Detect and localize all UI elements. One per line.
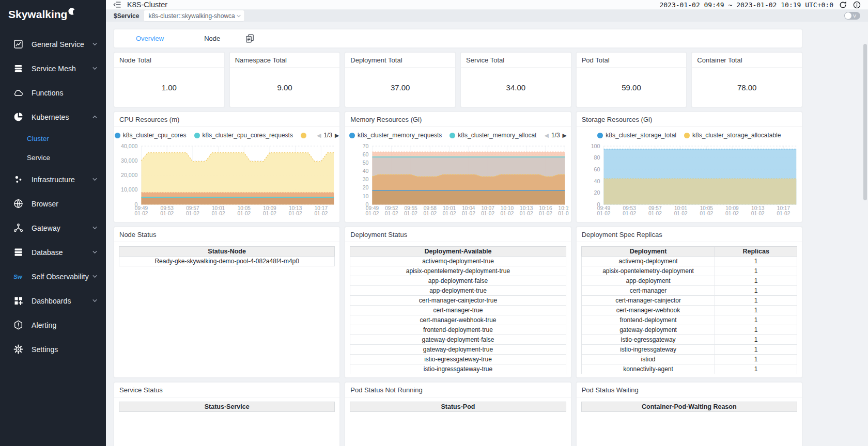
service-status-table: Status-Service (119, 402, 335, 412)
stat-cards-row: Node Total1.00Namespace Total9.00Deploym… (114, 52, 802, 107)
sidebar-item-dashboards[interactable]: Dashboards (0, 289, 106, 313)
table-cell: 1 (715, 345, 797, 355)
chevron-down-icon (92, 298, 98, 304)
legend-item[interactable]: k8s_cluster_memory_allocat (450, 132, 536, 139)
svg-text:01-02: 01-02 (462, 211, 475, 216)
stat-value: 78.00 (692, 68, 802, 107)
dashboard-toolbar: $Service k8s-cluster::skywalking-showca … (106, 10, 868, 22)
table-cell: 1 (715, 335, 797, 345)
container-total-card: Container Total78.00 (691, 52, 802, 107)
legend-item[interactable]: k8s_cluster_cpu_cores_requests (194, 132, 293, 139)
sidebar-subitem-cluster[interactable]: Cluster (0, 129, 106, 148)
legend-item[interactable]: k8s_cluster_storage_total (597, 132, 676, 139)
table-row: app-deployment-true (350, 286, 566, 296)
sidebar-subitem-service[interactable]: Service (0, 148, 106, 167)
sidebar-item-infrastructure[interactable]: Infrastructure (0, 167, 106, 192)
view-config-icon[interactable] (245, 34, 255, 43)
legend-item[interactable]: k8s_cluster_cpu_cores (115, 132, 187, 139)
cloud-icon (13, 87, 24, 98)
svg-text:20,000: 20,000 (121, 172, 138, 178)
sidebar-item-gateway[interactable]: Gateway (0, 216, 106, 240)
stat-title: Deployment Total (345, 53, 455, 68)
table-cell: 1 (715, 355, 797, 364)
table-header-row: Container-Pod-Waiting Reason (581, 402, 797, 412)
legend-label: k8s_cluster_cpu_cores_requests (203, 132, 293, 139)
svg-text:01-02: 01-02 (539, 211, 552, 216)
table-cell: Ready-gke-skywalking-demo-pool-4-082a48f… (119, 257, 335, 266)
table-cell: 1 (715, 296, 797, 306)
sidebar-item-functions[interactable]: Functions (0, 81, 106, 105)
tabs: OverviewNode (136, 35, 260, 42)
chart-title: CPU Resources (m) (114, 112, 339, 127)
table-cell: apisix-opentelemetry-deployment-true (350, 266, 566, 276)
tab-node[interactable]: Node (204, 35, 220, 42)
legend-item[interactable]: k8s_cluster_storage_allocatable (684, 132, 781, 139)
legend-page: 1/3 (323, 132, 332, 139)
svg-text:01-02: 01-02 (725, 211, 739, 216)
sidebar-item-browser[interactable]: Browser (0, 192, 106, 216)
legend-next-icon[interactable]: ▶ (335, 132, 339, 139)
legend-dot (301, 133, 306, 138)
sidebar-item-database[interactable]: Database (0, 240, 106, 264)
legend-item[interactable]: k8s_cluster_memory_requests (349, 132, 442, 139)
table-title: Node Status (114, 227, 339, 242)
svg-text:20: 20 (363, 184, 369, 190)
pod-status-not-running-table: Status-Pod (350, 402, 566, 412)
svg-text:01-02: 01-02 (674, 211, 687, 216)
svg-text:100: 100 (591, 143, 600, 149)
info-icon[interactable] (853, 1, 861, 9)
app-logo[interactable]: Skywalking (0, 0, 106, 21)
sidebar-item-general-service[interactable]: General Service (0, 32, 106, 56)
sidebar-item-self-observability[interactable]: SwSelf Observability (0, 264, 106, 289)
table-header-cell: Replicas (715, 247, 797, 257)
svg-text:01-02: 01-02 (404, 211, 417, 216)
table-cell: cert-manager-cainjector-true (350, 296, 566, 306)
svg-text:01-02: 01-02 (520, 211, 533, 216)
view-toggle[interactable]: V (844, 12, 860, 20)
svg-text:01-02: 01-02 (237, 211, 251, 216)
vertical-scrollbar-thumb[interactable] (863, 44, 867, 200)
sidebar-item-service-mesh[interactable]: Service Mesh (0, 56, 106, 81)
collapse-sidebar-icon[interactable] (113, 0, 122, 9)
legend-prev-icon[interactable]: ◀ (317, 132, 321, 139)
svg-text:01-02: 01-02 (135, 211, 148, 216)
table-row: Ready-gke-skywalking-demo-pool-4-082a48f… (119, 257, 335, 266)
service-select[interactable]: k8s-cluster::skywalking-showca (143, 10, 245, 22)
legend-dot (450, 133, 455, 138)
chevron-down-icon (92, 225, 98, 231)
service-label: $Service (114, 12, 139, 20)
legend-next-icon[interactable]: ▶ (563, 132, 567, 139)
sidebar-item-settings[interactable]: Settings (0, 337, 106, 361)
legend-item[interactable] (301, 133, 309, 138)
service-select-value: k8s-cluster::skywalking-showca (148, 12, 235, 20)
refresh-icon[interactable] (839, 1, 847, 9)
memory-resources-gi-plot: 09:4901-0209:5201-0209:5501-0209:5801-02… (345, 141, 570, 219)
table-cell: 1 (715, 276, 797, 286)
toggle-knob (845, 12, 851, 19)
stat-value: 1.00 (114, 68, 224, 107)
service-total-card: Service Total34.00 (460, 52, 571, 107)
tab-overview[interactable]: Overview (136, 35, 164, 42)
svg-text:60: 60 (363, 151, 369, 157)
time-range[interactable]: 2023-01-02 09:49 ~ 2023-01-02 10:19 UTC+… (659, 1, 833, 9)
svg-text:01-02: 01-02 (289, 211, 302, 216)
svg-text:80: 80 (594, 154, 600, 161)
table-row: istio-ingressgateway1 (581, 345, 797, 355)
table-cell: cert-manager-cainjector (581, 296, 715, 306)
chevron-down-icon (92, 66, 98, 71)
chevron-down-icon (92, 249, 98, 255)
table-header-cell: Status-Service (119, 402, 335, 412)
table-cell: app-deployment-false (350, 276, 566, 286)
table-cell: istio-egressgateway (581, 335, 715, 345)
legend-label: k8s_cluster_memory_allocat (458, 132, 536, 139)
sidebar-item-alerting[interactable]: Alerting (0, 313, 106, 337)
legend-prev-icon[interactable]: ◀ (544, 132, 548, 139)
table-row: cert-manager-true (350, 306, 566, 315)
table-header-row: Status-Service (119, 402, 335, 412)
stat-value: 59.00 (577, 68, 687, 107)
sidebar-item-label: Service Mesh (32, 65, 76, 73)
service-status-card: Service StatusStatus-Service (114, 382, 340, 446)
table-row: cert-manager-cainjector1 (581, 296, 797, 306)
sidebar-item-label: Kubernetes (32, 113, 69, 121)
sidebar-item-kubernetes[interactable]: Kubernetes (0, 105, 106, 129)
